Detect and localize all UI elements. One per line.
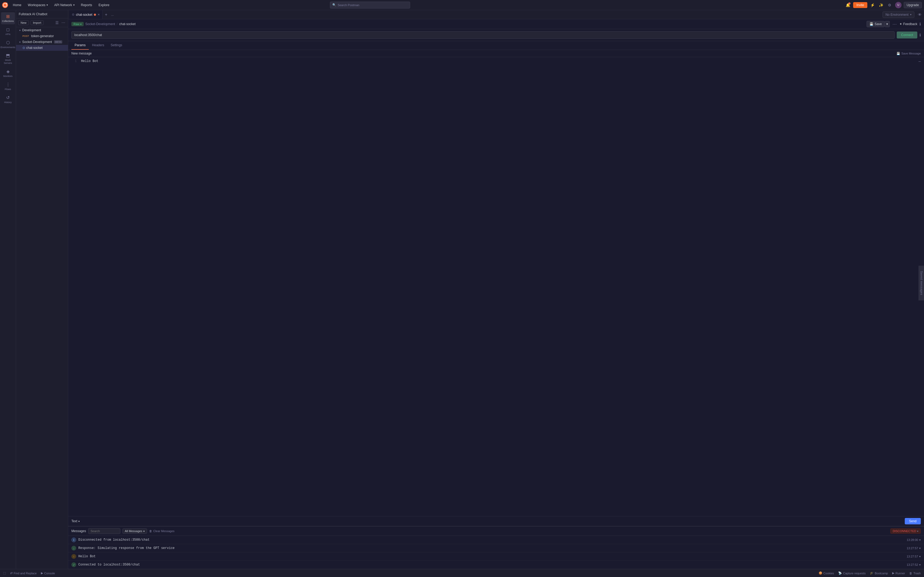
expand-msg-icon[interactable]: ▾ — [919, 555, 921, 558]
message-row[interactable]: ✓Connected to localhost:3500/chat13:27:5… — [68, 561, 924, 569]
tab-headers[interactable]: Headers — [89, 41, 107, 50]
trash-bottom-icon: 🗑 — [909, 572, 912, 575]
url-info-icon[interactable]: ℹ — [919, 33, 921, 37]
message-row[interactable]: ↑Hello Bot13:27:57 ▾ — [68, 553, 924, 561]
breadcrumb: Raw ▾ Socket-Development / chat-socket 💾… — [68, 19, 924, 29]
bottom-capture[interactable]: 📡 Capture requests — [838, 571, 866, 575]
sidebar-item-monitors[interactable]: ◈ Monitors — [1, 67, 15, 79]
feedback-button[interactable]: ✦ Feedback — [900, 22, 917, 26]
sidebar-item-history[interactable]: ↺ History — [1, 93, 15, 105]
connect-button[interactable]: Connect — [897, 32, 917, 39]
more-tabs-button[interactable]: ... — [110, 13, 115, 16]
sidebar-item-mock-servers[interactable]: ⬒ Mock Servers — [1, 51, 15, 66]
msg-time: 13:28:00 ▾ — [906, 538, 921, 542]
search-messages-input[interactable] — [88, 528, 120, 534]
expand-msg-icon[interactable]: ▾ — [919, 563, 921, 567]
msg-text: Response: Simulating response from the G… — [78, 546, 905, 550]
tab-label: chat-socket — [76, 13, 92, 16]
code-editor[interactable]: 1 Hello Bot — — [68, 57, 924, 516]
bottom-bootcamp[interactable]: 🎓 Bootcamp — [870, 571, 888, 575]
nav-api-network[interactable]: API Network ▾ — [52, 2, 77, 8]
breadcrumb-parent[interactable]: Socket-Development — [85, 22, 115, 26]
new-button[interactable]: New — [18, 20, 29, 25]
tab-params[interactable]: Params — [71, 41, 89, 50]
logo[interactable] — [2, 2, 8, 8]
sidebar-item-flows[interactable]: ⋮ Flows — [1, 81, 15, 92]
filter-dropdown[interactable]: All Messages ▾ — [123, 529, 147, 534]
search-bar[interactable]: 🔍 Search Postman — [330, 2, 410, 8]
message-editor-header: New message 💾 Save Message — [68, 50, 924, 57]
bell-icon[interactable]: 🔔 — [845, 2, 851, 8]
bottom-console[interactable]: ▶ Console — [41, 571, 55, 575]
bottom-runner[interactable]: ▶ Runner — [892, 571, 905, 575]
sidebar-item-apis[interactable]: ◻ APIs — [1, 25, 15, 37]
msg-time: 13:27:52 ▾ — [906, 563, 921, 567]
sidebar-item-collections[interactable]: ⊞ Collections — [1, 12, 15, 24]
bottom-cookies[interactable]: 🍪 Cookies — [819, 571, 834, 575]
tree-item-development[interactable]: ▾ Development — [16, 27, 68, 33]
expand-msg-icon[interactable]: ▾ — [919, 546, 921, 550]
bottom-status-bar: ⬚ ⇄ Find and Replace ▶ Console 🍪 Cookies… — [0, 569, 924, 577]
upgrade-button[interactable]: Upgrade — [904, 2, 922, 8]
bottom-terminal-icon[interactable]: ⬚ — [3, 571, 6, 575]
environments-icon: ⬡ — [6, 40, 10, 45]
invite-button[interactable]: Invite — [853, 2, 867, 8]
post-badge: POST — [23, 35, 29, 37]
saved-messages-toggle[interactable]: Saved messages — [919, 266, 924, 301]
token-generator-label: token-generator — [31, 34, 54, 38]
bottom-find-replace[interactable]: ⇄ Find and Replace — [10, 571, 37, 575]
line-content-1: Hello Bot — [81, 59, 99, 63]
cookies-icon: 🍪 — [819, 571, 822, 575]
nav-home[interactable]: Home — [10, 2, 24, 8]
nav-workspaces[interactable]: Workspaces ▾ — [25, 2, 50, 8]
more-actions-icon[interactable]: ⋯ — [892, 21, 897, 27]
sidebar-item-environments[interactable]: ⬡ Environments — [1, 39, 15, 50]
save-button[interactable]: 💾 Save — [866, 21, 885, 27]
send-button[interactable]: Send — [905, 518, 921, 524]
bottom-trash[interactable]: 🗑 Trash — [909, 572, 921, 575]
type-chevron-icon: ▾ — [80, 23, 82, 26]
lightning-icon[interactable]: ⚡ — [869, 2, 876, 8]
more-options-icon[interactable]: ⋯ — [61, 20, 66, 25]
tree: ▾ Development POST token-generator ▾ Soc… — [16, 27, 68, 569]
clear-messages-button[interactable]: 🗑 Clear Messages — [149, 529, 174, 533]
tab-settings[interactable]: Settings — [107, 41, 125, 50]
sidebar-label-collections: Collections — [2, 20, 14, 23]
environment-selector[interactable]: No Environment ▾ — [882, 11, 914, 18]
type-selector[interactable]: Raw ▾ — [71, 22, 84, 26]
list-icon[interactable]: ☰ — [55, 20, 59, 25]
top-nav: Home Workspaces ▾ API Network ▾ Reports … — [0, 0, 924, 10]
message-row[interactable]: ℹDisconnected from localhost:3500/chat13… — [68, 536, 924, 544]
workspace-name: Fullstack AI Chatbot — [19, 12, 47, 16]
tree-item-token-generator[interactable]: POST token-generator — [16, 33, 68, 39]
url-input[interactable] — [71, 31, 895, 39]
collapse-icon[interactable]: — — [919, 59, 921, 64]
capture-icon: 📡 — [838, 571, 842, 575]
msg-icon-connected: ✓ — [71, 562, 76, 567]
settings-icon[interactable]: ⚙ — [887, 2, 893, 8]
eye-icon[interactable]: 👁 — [916, 11, 923, 18]
status-chevron-icon[interactable]: ▾ — [917, 530, 918, 533]
save-dropdown-button[interactable]: ▾ — [885, 21, 890, 27]
save-message-button[interactable]: 💾 Save Message — [897, 52, 921, 55]
import-button[interactable]: Import — [31, 20, 44, 25]
msg-time: 13:27:57 ▾ — [906, 546, 921, 550]
nav-reports[interactable]: Reports — [78, 2, 95, 8]
code-line-1: 1 Hello Bot — [71, 59, 921, 63]
message-row[interactable]: ↓Response: Simulating response from the … — [68, 544, 924, 553]
feedback-icon: ✦ — [900, 22, 902, 26]
avatar[interactable]: U — [895, 2, 901, 8]
close-tab-icon[interactable]: ✕ — [98, 13, 100, 16]
nav-explore[interactable]: Explore — [96, 2, 112, 8]
sparkle-icon[interactable]: ✨ — [878, 2, 884, 8]
tree-item-chat-socket[interactable]: ⊙ chat-socket — [16, 45, 68, 51]
tree-item-socket-development[interactable]: ▾ Socket-Development BETA — [16, 39, 68, 45]
main-layout: ⊞ Collections ◻ APIs ⬡ Environments ⬒ Mo… — [0, 10, 924, 569]
console-icon: ▶ — [41, 571, 43, 575]
text-format-selector[interactable]: Text ▾ — [71, 519, 80, 523]
info-icon[interactable]: ℹ — [919, 22, 921, 26]
history-icon: ↺ — [6, 95, 10, 100]
tab-chat-socket[interactable]: ⊙ chat-socket ✕ — [69, 10, 103, 19]
expand-msg-icon[interactable]: ▾ — [919, 538, 921, 542]
add-tab-button[interactable]: + — [103, 12, 109, 17]
